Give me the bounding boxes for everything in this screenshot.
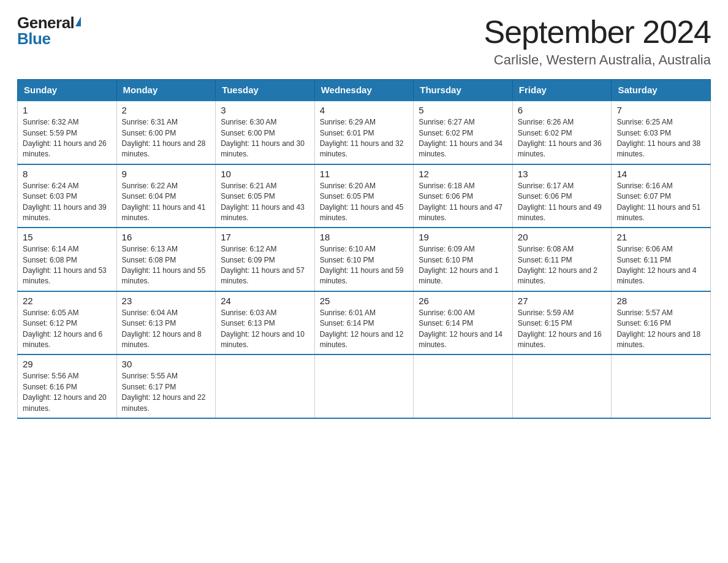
calendar-cell: 19Sunrise: 6:09 AMSunset: 6:10 PMDayligh… <box>414 228 513 291</box>
day-number: 17 <box>221 232 309 242</box>
day-number: 10 <box>221 169 309 179</box>
day-info: Sunrise: 6:13 AMSunset: 6:08 PMDaylight:… <box>122 244 211 287</box>
day-info: Sunrise: 6:01 AMSunset: 6:14 PMDaylight:… <box>320 308 409 351</box>
calendar-cell: 13Sunrise: 6:17 AMSunset: 6:06 PMDayligh… <box>512 164 612 228</box>
day-number: 27 <box>518 296 607 306</box>
calendar-cell: 15Sunrise: 6:14 AMSunset: 6:08 PMDayligh… <box>18 228 117 291</box>
day-info: Sunrise: 5:56 AMSunset: 6:16 PMDaylight:… <box>23 371 112 414</box>
day-info: Sunrise: 6:24 AMSunset: 6:03 PMDaylight:… <box>23 181 112 224</box>
month-year-title: September 2024 <box>484 15 711 50</box>
day-info: Sunrise: 6:26 AMSunset: 6:02 PMDaylight:… <box>518 117 607 160</box>
day-info: Sunrise: 6:17 AMSunset: 6:06 PMDaylight:… <box>518 181 607 224</box>
day-number: 13 <box>518 169 607 179</box>
day-info: Sunrise: 6:20 AMSunset: 6:05 PMDaylight:… <box>320 181 409 224</box>
day-number: 16 <box>122 232 211 242</box>
day-number: 8 <box>23 169 112 179</box>
calendar-cell: 23Sunrise: 6:04 AMSunset: 6:13 PMDayligh… <box>116 291 216 355</box>
calendar-cell: 11Sunrise: 6:20 AMSunset: 6:05 PMDayligh… <box>314 164 414 228</box>
day-info: Sunrise: 6:03 AMSunset: 6:13 PMDaylight:… <box>221 308 309 351</box>
day-info: Sunrise: 6:32 AMSunset: 5:59 PMDaylight:… <box>23 117 112 160</box>
day-number: 26 <box>419 296 507 306</box>
day-info: Sunrise: 5:57 AMSunset: 6:16 PMDaylight:… <box>616 308 705 351</box>
calendar-cell: 21Sunrise: 6:06 AMSunset: 6:11 PMDayligh… <box>612 228 711 291</box>
calendar-cell: 6Sunrise: 6:26 AMSunset: 6:02 PMDaylight… <box>512 101 612 164</box>
calendar-cell <box>612 354 711 418</box>
day-info: Sunrise: 6:25 AMSunset: 6:03 PMDaylight:… <box>616 117 705 160</box>
day-number: 22 <box>23 296 112 306</box>
calendar-cell: 3Sunrise: 6:30 AMSunset: 6:00 PMDaylight… <box>216 101 315 164</box>
title-block: September 2024 Carlisle, Western Austral… <box>484 15 711 68</box>
calendar-cell: 30Sunrise: 5:55 AMSunset: 6:17 PMDayligh… <box>116 354 216 418</box>
day-number: 21 <box>616 232 705 242</box>
day-number: 3 <box>221 105 309 115</box>
day-info: Sunrise: 6:18 AMSunset: 6:06 PMDaylight:… <box>419 181 507 224</box>
day-number: 19 <box>419 232 507 242</box>
calendar-cell <box>314 354 414 418</box>
day-info: Sunrise: 6:21 AMSunset: 6:05 PMDaylight:… <box>221 181 309 224</box>
day-number: 6 <box>518 105 607 115</box>
day-info: Sunrise: 6:06 AMSunset: 6:11 PMDaylight:… <box>616 244 705 287</box>
week-row-4: 22Sunrise: 6:05 AMSunset: 6:12 PMDayligh… <box>18 291 711 355</box>
day-info: Sunrise: 6:27 AMSunset: 6:02 PMDaylight:… <box>419 117 507 160</box>
header-sunday: Sunday <box>18 80 117 101</box>
header-tuesday: Tuesday <box>216 80 315 101</box>
day-info: Sunrise: 6:05 AMSunset: 6:12 PMDaylight:… <box>23 308 112 351</box>
calendar-cell: 18Sunrise: 6:10 AMSunset: 6:10 PMDayligh… <box>314 228 414 291</box>
calendar-cell: 25Sunrise: 6:01 AMSunset: 6:14 PMDayligh… <box>314 291 414 355</box>
calendar-cell: 24Sunrise: 6:03 AMSunset: 6:13 PMDayligh… <box>216 291 315 355</box>
calendar-cell: 14Sunrise: 6:16 AMSunset: 6:07 PMDayligh… <box>612 164 711 228</box>
day-number: 1 <box>23 105 112 115</box>
page-header: General Blue September 2024 Carlisle, We… <box>17 15 711 68</box>
day-info: Sunrise: 6:29 AMSunset: 6:01 PMDaylight:… <box>320 117 409 160</box>
day-number: 28 <box>616 296 705 306</box>
day-info: Sunrise: 6:12 AMSunset: 6:09 PMDaylight:… <box>221 244 309 287</box>
day-number: 30 <box>122 359 211 369</box>
day-number: 9 <box>122 169 211 179</box>
day-number: 7 <box>616 105 705 115</box>
day-info: Sunrise: 5:55 AMSunset: 6:17 PMDaylight:… <box>122 371 211 414</box>
day-number: 18 <box>320 232 409 242</box>
day-number: 2 <box>122 105 211 115</box>
logo: General Blue <box>17 15 81 47</box>
calendar-cell: 8Sunrise: 6:24 AMSunset: 6:03 PMDaylight… <box>18 164 117 228</box>
day-number: 14 <box>616 169 705 179</box>
calendar-cell: 12Sunrise: 6:18 AMSunset: 6:06 PMDayligh… <box>414 164 513 228</box>
logo-triangle-icon <box>75 17 81 26</box>
calendar-cell: 28Sunrise: 5:57 AMSunset: 6:16 PMDayligh… <box>612 291 711 355</box>
day-number: 23 <box>122 296 211 306</box>
calendar-cell: 16Sunrise: 6:13 AMSunset: 6:08 PMDayligh… <box>116 228 216 291</box>
day-info: Sunrise: 6:04 AMSunset: 6:13 PMDaylight:… <box>122 308 211 351</box>
day-number: 12 <box>419 169 507 179</box>
day-info: Sunrise: 6:14 AMSunset: 6:08 PMDaylight:… <box>23 244 112 287</box>
calendar-table: SundayMondayTuesdayWednesdayThursdayFrid… <box>17 79 711 419</box>
day-number: 5 <box>419 105 507 115</box>
week-row-3: 15Sunrise: 6:14 AMSunset: 6:08 PMDayligh… <box>18 228 711 291</box>
day-info: Sunrise: 5:59 AMSunset: 6:15 PMDaylight:… <box>518 308 607 351</box>
calendar-cell: 7Sunrise: 6:25 AMSunset: 6:03 PMDaylight… <box>612 101 711 164</box>
day-number: 11 <box>320 169 409 179</box>
calendar-cell: 17Sunrise: 6:12 AMSunset: 6:09 PMDayligh… <box>216 228 315 291</box>
day-info: Sunrise: 6:30 AMSunset: 6:00 PMDaylight:… <box>221 117 309 160</box>
day-number: 4 <box>320 105 409 115</box>
header-wednesday: Wednesday <box>314 80 414 101</box>
day-number: 15 <box>23 232 112 242</box>
day-number: 25 <box>320 296 409 306</box>
day-info: Sunrise: 6:09 AMSunset: 6:10 PMDaylight:… <box>419 244 507 287</box>
day-number: 24 <box>221 296 309 306</box>
header-monday: Monday <box>116 80 216 101</box>
calendar-cell: 29Sunrise: 5:56 AMSunset: 6:16 PMDayligh… <box>18 354 117 418</box>
day-info: Sunrise: 6:22 AMSunset: 6:04 PMDaylight:… <box>122 181 211 224</box>
week-row-2: 8Sunrise: 6:24 AMSunset: 6:03 PMDaylight… <box>18 164 711 228</box>
day-info: Sunrise: 6:00 AMSunset: 6:14 PMDaylight:… <box>419 308 507 351</box>
calendar-cell: 22Sunrise: 6:05 AMSunset: 6:12 PMDayligh… <box>18 291 117 355</box>
day-info: Sunrise: 6:31 AMSunset: 6:00 PMDaylight:… <box>122 117 211 160</box>
week-row-1: 1Sunrise: 6:32 AMSunset: 5:59 PMDaylight… <box>18 101 711 164</box>
day-info: Sunrise: 6:16 AMSunset: 6:07 PMDaylight:… <box>616 181 705 224</box>
calendar-header-row: SundayMondayTuesdayWednesdayThursdayFrid… <box>18 80 711 101</box>
header-thursday: Thursday <box>414 80 513 101</box>
day-number: 29 <box>23 359 112 369</box>
header-friday: Friday <box>512 80 612 101</box>
day-info: Sunrise: 6:10 AMSunset: 6:10 PMDaylight:… <box>320 244 409 287</box>
day-number: 20 <box>518 232 607 242</box>
header-saturday: Saturday <box>612 80 711 101</box>
